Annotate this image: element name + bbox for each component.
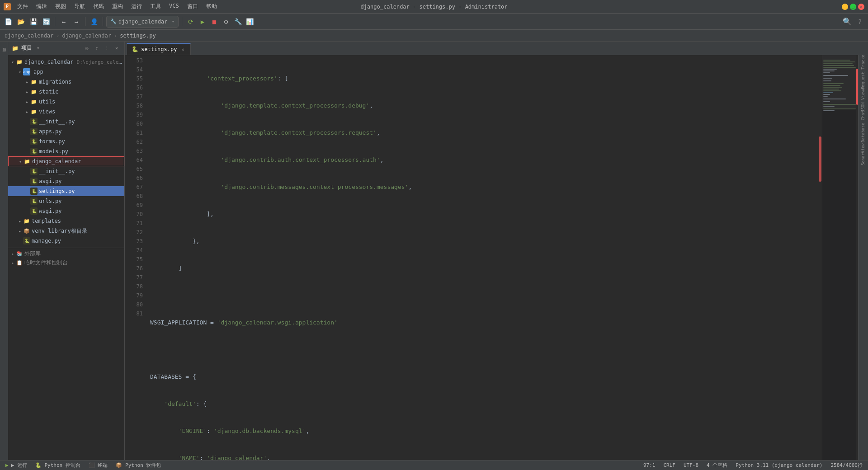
code-content[interactable]: 'context_processors': [ 'django.template…	[146, 55, 818, 460]
tree-templates[interactable]: 📁 templates	[8, 216, 124, 226]
menu-run[interactable]: 运行	[127, 2, 146, 11]
tree-scratch[interactable]: 📋 临时文件和控制台	[8, 258, 124, 268]
asgi-py-icon: 🐍	[30, 178, 38, 185]
tree-views[interactable]: 📁 views	[8, 107, 124, 117]
status-line-col[interactable]: 97:1	[642, 462, 657, 468]
settings-button[interactable]: 🔧	[232, 16, 243, 27]
project-selector[interactable]: 🔧 django_calendar ▾	[106, 16, 179, 28]
breadcrumb-mid[interactable]: django_calendar	[62, 33, 111, 39]
tree-migrations[interactable]: 📁 migrations	[8, 77, 124, 87]
menu-tools[interactable]: 工具	[146, 2, 165, 11]
breadcrumb-root[interactable]: django_calendar	[5, 33, 53, 39]
database-chat-panel[interactable]: Database Chat	[859, 113, 868, 140]
status-run-button[interactable]: ▶ ▶ 运行	[4, 462, 29, 469]
close-sidebar-button[interactable]: ✕	[113, 44, 121, 52]
tree-venv[interactable]: 📦 venv library根目录	[8, 226, 124, 236]
views-arrow	[24, 109, 30, 114]
manage-py-label: manage.py	[32, 238, 61, 244]
save-button[interactable]: 💾	[28, 16, 39, 27]
menu-help[interactable]: 帮助	[203, 2, 221, 11]
menu-vcs[interactable]: VCS	[165, 2, 183, 11]
project-name: django_calendar	[118, 19, 167, 25]
forms-py-icon: 🐍	[30, 138, 38, 145]
tree-init-app[interactable]: 🐍 __init__.py	[8, 117, 124, 127]
forms-py-label: forms.py	[39, 138, 65, 145]
code-line-60: ]	[150, 264, 818, 273]
tree-wsgi-py[interactable]: 🐍 wsgi.py	[8, 206, 124, 216]
menu-window[interactable]: 窗口	[184, 2, 202, 11]
menu-navigate[interactable]: 导航	[71, 2, 89, 11]
tree-apps-py[interactable]: 🐍 apps.py	[8, 127, 124, 136]
status-encoding[interactable]: UTF-8	[682, 462, 700, 468]
left-panel-toggle[interactable]: 项目	[0, 43, 8, 66]
help-icon-button[interactable]: ?	[854, 16, 865, 27]
menu-code[interactable]: 代码	[90, 2, 108, 11]
django-calendar-arrow	[18, 159, 23, 164]
file-tree[interactable]: 📁 django_calendar D:\django_calendar app…	[8, 55, 124, 460]
menu-edit[interactable]: 编辑	[33, 2, 51, 11]
tree-root[interactable]: 📁 django_calendar D:\django_calendar	[8, 57, 124, 67]
search-button[interactable]: 🔍	[842, 16, 853, 27]
maximize-button[interactable]: □	[850, 4, 856, 10]
static-arrow	[24, 89, 30, 94]
minimap[interactable]	[822, 55, 858, 460]
profile-button[interactable]: 📊	[244, 16, 255, 27]
toggle-button[interactable]: ⟳	[185, 16, 196, 27]
json-viewer-panel[interactable]: JSON Viewer	[859, 85, 868, 112]
build-button[interactable]: ⚙	[221, 16, 231, 27]
init-app-label: __init__.py	[39, 118, 75, 125]
status-python-package[interactable]: 📦 Python 软件包	[114, 462, 163, 469]
expand-all-button[interactable]: ↕	[93, 44, 101, 52]
status-line-ending[interactable]: CRLF	[661, 462, 677, 468]
tree-init-py[interactable]: 🐍 __init__.py	[8, 166, 124, 176]
tab-settings-py[interactable]: 🐍 settings.py ✕	[127, 43, 191, 55]
menu-bar: 文件 编辑 视图 导航 代码 重构 运行 工具 VCS 窗口 帮助	[14, 2, 221, 11]
tree-models-py[interactable]: 🐍 models.py	[8, 146, 124, 156]
tree-settings-py[interactable]: 🐍 settings.py	[8, 186, 124, 196]
minimize-button[interactable]: −	[842, 4, 848, 10]
request-tracker-panel[interactable]: Request Tracker	[859, 57, 868, 84]
sonar-view-panel[interactable]: SonarView	[859, 141, 868, 168]
scroll-thumb[interactable]	[819, 136, 821, 182]
static-icon: 📁	[30, 88, 38, 95]
stop-button[interactable]: ■	[209, 16, 220, 27]
status-indent[interactable]: 4 个空格	[705, 462, 729, 469]
tab-close-button[interactable]: ✕	[179, 46, 186, 52]
tree-static[interactable]: 📁 static	[8, 87, 124, 97]
tree-asgi-py[interactable]: 🐍 asgi.py	[8, 176, 124, 186]
locate-file-button[interactable]: ◎	[83, 44, 91, 52]
separator-2	[85, 17, 85, 26]
breadcrumb-file[interactable]: settings.py	[120, 33, 156, 39]
open-button[interactable]: 📂	[15, 16, 26, 27]
title-bar: P 文件 编辑 视图 导航 代码 重构 运行 工具 VCS 窗口 帮助 djan…	[0, 0, 868, 14]
tree-manage-py[interactable]: 🐍 manage.py	[8, 236, 124, 246]
tree-forms-py[interactable]: 🐍 forms.py	[8, 136, 124, 146]
status-terminal[interactable]: ⬛ 终端	[87, 462, 110, 469]
close-button[interactable]: ✕	[858, 4, 864, 10]
status-position[interactable]: 2584/4000行	[829, 462, 864, 469]
menu-view[interactable]: 视图	[52, 2, 70, 11]
status-python-version[interactable]: Python 3.11 (django_calendar)	[734, 462, 824, 468]
external-icon: 📚	[16, 250, 23, 258]
tree-external-libs[interactable]: 📚 外部库	[8, 248, 124, 258]
apps-py-icon: 🐍	[30, 128, 38, 135]
tree-django-calendar-folder[interactable]: 📁 django_calendar	[8, 156, 124, 166]
django-calendar-label: django_calendar	[32, 158, 81, 164]
back-button[interactable]: ←	[58, 16, 69, 27]
tree-urls-py[interactable]: 🐍 urls.py	[8, 196, 124, 206]
new-file-button[interactable]: 📄	[3, 16, 14, 27]
status-python-console[interactable]: 🐍 Python 控制台	[33, 462, 82, 469]
debug-run-button[interactable]: ▶	[197, 16, 208, 27]
collapse-button[interactable]: ⋮	[103, 44, 111, 52]
venv-arrow	[17, 228, 23, 234]
tree-utils[interactable]: 📁 utils	[8, 97, 124, 107]
migrations-arrow	[24, 79, 30, 85]
menu-refactor[interactable]: 重构	[108, 2, 127, 11]
breadcrumb-sep-1: ›	[56, 33, 59, 39]
external-label: 外部库	[24, 250, 41, 258]
menu-file[interactable]: 文件	[14, 2, 32, 11]
user-button[interactable]: 👤	[89, 16, 99, 27]
forward-button[interactable]: →	[71, 16, 82, 27]
refresh-button[interactable]: 🔄	[41, 16, 52, 27]
tree-app-folder[interactable]: app app	[8, 67, 124, 77]
